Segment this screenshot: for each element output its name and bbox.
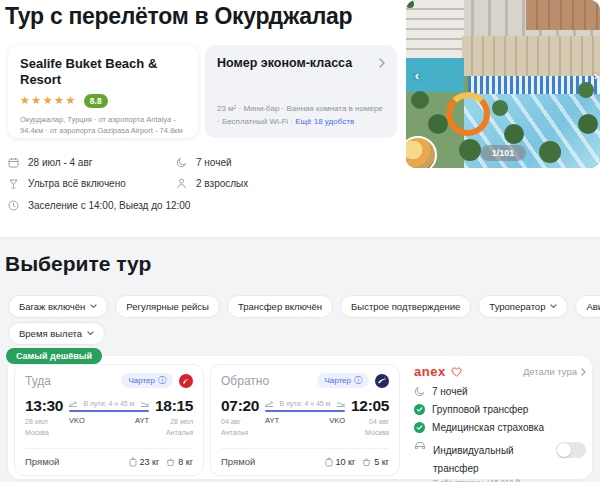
room-more-link[interactable]: Ещё 18 удобств [295, 117, 354, 126]
baggage-weight: 10 кг [336, 457, 356, 467]
return-title: Обратно [221, 374, 317, 388]
filter-chip-fast-confirm[interactable]: Быстрое подтверждение [340, 295, 471, 318]
cheapest-badge: Самый дешёвый [6, 348, 102, 364]
airline-logo-turkish [179, 374, 193, 388]
filter-chip-transfer[interactable]: Трансфер включён [227, 295, 333, 318]
chevron-right-icon[interactable] [379, 58, 385, 68]
flight-route-line [265, 410, 345, 412]
info-nights: 7 ночей [176, 157, 232, 168]
gallery-counter: 1/101 [481, 145, 526, 161]
chevron-down-icon [87, 331, 94, 336]
dep-time: 07:20 [221, 397, 259, 415]
info-icon[interactable]: ⓘ [158, 375, 166, 386]
dep-time: 13:30 [25, 397, 63, 415]
heart-icon[interactable] [451, 367, 462, 377]
check-circle-icon [414, 404, 425, 415]
return-flight-card[interactable]: Обратно Чартерⓘ 07:20 04 авгАнталья В пу… [210, 364, 400, 476]
person-icon [176, 178, 187, 189]
info-checkin: Заселение с 14:00, Выезд до 12:00 [8, 200, 190, 211]
suitcase-icon [129, 457, 137, 467]
room-features: 23 м² · Мини-бар · Ванная комната в номе… [217, 103, 385, 129]
plane-takeoff-icon [69, 401, 77, 407]
tour-details-label: Детали тура [523, 366, 577, 377]
offer-service-text: Групповой трансфер [432, 404, 528, 415]
info-guests-text: 2 взрослых [196, 178, 248, 189]
photo-palm-trees [406, 0, 414, 8]
filter-chip-label: Туроператор [489, 301, 545, 312]
filter-chip-label: Время вылета [19, 328, 82, 339]
cocktail-icon [8, 178, 19, 189]
hand-baggage-weight: 8 кг [178, 457, 193, 467]
charter-badge[interactable]: Чартерⓘ [317, 373, 369, 388]
arr-time: 18:15 [155, 397, 193, 415]
baggage-weight: 23 кг [140, 457, 160, 467]
offer-nights: 7 ночей [414, 386, 586, 397]
outbound-flight-card[interactable]: Туда Чартерⓘ 13:30 28 июлМосква В пути: … [14, 364, 204, 476]
tour-offer-card: Туда Чартерⓘ 13:30 28 июлМосква В пути: … [8, 356, 592, 479]
handbag-icon [166, 457, 175, 466]
dep-city: Анталья [221, 429, 248, 436]
charter-badge[interactable]: Чартерⓘ [121, 373, 173, 388]
hotel-card[interactable]: Sealife Buket Beach & Resort ★★★★★ 8.8 О… [8, 45, 198, 138]
info-meal: Ультра всё включено [8, 178, 126, 189]
filter-chip-baggage[interactable]: Багаж включён [8, 295, 108, 318]
filter-chip-tour-operator[interactable]: Туроператор [478, 295, 568, 318]
individual-transfer-price: В обе стороны +15 010 ₽ [433, 478, 549, 482]
tour-details-link[interactable]: Детали тура [523, 366, 586, 377]
dep-date-city: 04 авгАнталья [221, 417, 259, 438]
filter-chip-airline[interactable]: Авиакомпания [575, 295, 600, 318]
gallery-next-button[interactable]: › [587, 66, 600, 84]
outbound-title: Туда [25, 374, 121, 388]
photo-pergolas [462, 36, 600, 76]
offer-panel: anex Детали тура 7 ночей Групповой транс… [414, 364, 586, 476]
hotel-photo[interactable]: ‹ › 1/101 [406, 0, 600, 168]
moon-icon [414, 386, 425, 397]
info-icon[interactable]: ⓘ [354, 375, 362, 386]
chevron-down-icon [550, 304, 557, 309]
room-card[interactable]: Номер эконом-класса 23 м² · Мини-бар · В… [205, 45, 397, 138]
offer-individual-transfer: Индивидуальный трансфер В обе стороны +1… [414, 440, 586, 482]
arr-city: Анталья [166, 429, 193, 436]
hand-baggage-allowance: 8 кг [166, 457, 193, 467]
filter-chip-label: Регулярные рейсы [126, 301, 209, 312]
arr-date: 04 авг [369, 418, 389, 425]
suitcase-icon [325, 457, 333, 467]
offer-service-text: Медицинская страховка [432, 422, 544, 433]
arr-airport-code: AYT [135, 416, 149, 425]
plane-takeoff-icon [265, 401, 273, 407]
individual-transfer-toggle[interactable] [556, 442, 586, 458]
chevron-down-icon [90, 304, 97, 309]
filters-row-2: Время вылета [8, 322, 105, 345]
moon-icon [176, 157, 187, 168]
info-nights-text: 7 ночей [196, 157, 232, 168]
arr-airport-code: VKO [329, 416, 345, 425]
hotel-stars: ★★★★★ [20, 94, 77, 107]
dep-date: 04 авг [221, 418, 241, 425]
hand-baggage-allowance: 5 кг [362, 457, 389, 467]
arr-time: 12:05 [351, 397, 389, 415]
flight-duration: В пути: 4 ч 45 м [273, 400, 337, 407]
flight-route-line [69, 410, 149, 412]
calendar-icon [8, 157, 19, 168]
photo-water-slide [446, 92, 490, 136]
select-tour-heading: Выберите тур [5, 252, 151, 276]
rating-badge: 8.8 [84, 94, 108, 108]
baggage-allowance: 23 кг [129, 457, 160, 467]
flight-duration: В пути: 4 ч 45 м [77, 400, 141, 407]
charter-label: Чартер [128, 376, 155, 385]
gallery-prev-button[interactable]: ‹ [408, 66, 426, 84]
chevron-right-icon [581, 368, 586, 376]
filter-chip-label: Багаж включён [19, 301, 85, 312]
filter-chip-departure-time[interactable]: Время вылета [8, 322, 105, 345]
clock-icon [8, 200, 19, 211]
arr-date-city: 04 авгМосква [351, 417, 389, 438]
filter-chip-regular-flights[interactable]: Регулярные рейсы [115, 295, 220, 318]
flight-type: Прямой [25, 456, 122, 467]
dep-airport-code: VKO [69, 416, 85, 425]
info-checkin-text: Заселение с 14:00, Выезд до 12:00 [28, 200, 190, 211]
offer-service-group-transfer: Групповой трансфер [414, 404, 586, 415]
filter-chip-label: Авиакомпания [586, 301, 600, 312]
individual-transfer-label: Индивидуальный трансфер [433, 445, 514, 474]
dep-city: Москва [25, 429, 49, 436]
hand-baggage-weight: 5 кг [374, 457, 389, 467]
